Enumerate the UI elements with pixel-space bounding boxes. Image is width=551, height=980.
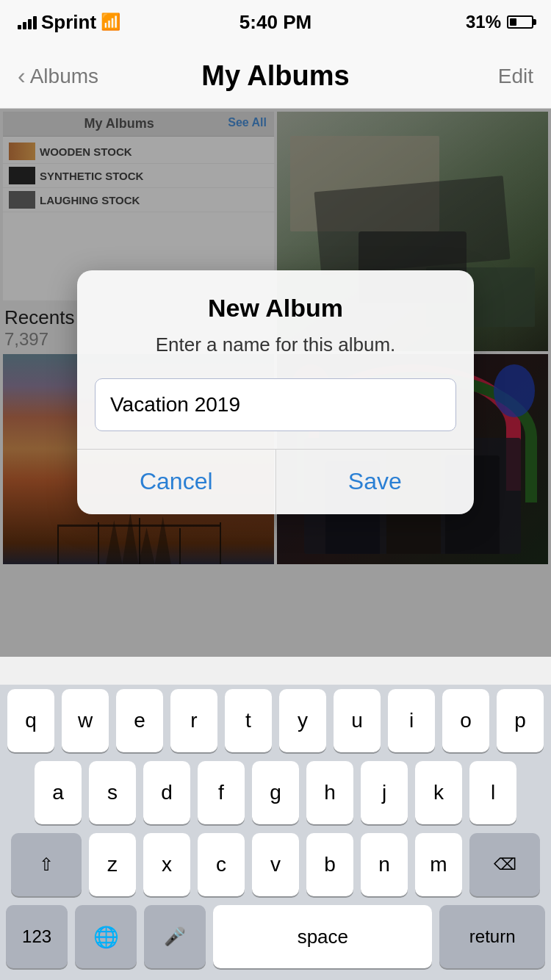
status-time: 5:40 PM <box>240 11 311 34</box>
key-o[interactable]: o <box>442 689 489 752</box>
keyboard-row-3: ⇧ z x c v b n m ⌫ <box>0 829 551 901</box>
nav-bar: ‹ Albums My Albums Edit <box>0 44 551 109</box>
key-e[interactable]: e <box>116 689 163 752</box>
edit-button[interactable]: Edit <box>498 65 533 88</box>
keyboard: q w e r t y u i o p a s d f g h j k l ⇧ … <box>0 685 551 980</box>
key-h[interactable]: h <box>306 761 353 824</box>
battery-percent: 31% <box>466 12 501 32</box>
key-u[interactable]: u <box>334 689 381 752</box>
key-i[interactable]: i <box>388 689 435 752</box>
shift-key[interactable]: ⇧ <box>11 833 82 896</box>
battery-icon <box>507 15 533 29</box>
key-g[interactable]: g <box>252 761 299 824</box>
signal-icon <box>18 15 37 29</box>
chevron-left-icon: ‹ <box>18 62 26 90</box>
delete-key[interactable]: ⌫ <box>469 833 540 896</box>
key-x[interactable]: x <box>143 833 190 896</box>
key-v[interactable]: v <box>252 833 299 896</box>
key-z[interactable]: z <box>89 833 136 896</box>
key-n[interactable]: n <box>361 833 408 896</box>
cancel-button[interactable]: Cancel <box>77 450 276 514</box>
status-right: 31% <box>466 12 533 32</box>
key-j[interactable]: j <box>361 761 408 824</box>
page-title: My Albums <box>201 60 349 92</box>
back-button[interactable]: ‹ Albums <box>18 62 98 90</box>
status-bar: Sprint 📶 5:40 PM 31% <box>0 0 551 44</box>
key-p[interactable]: p <box>497 689 544 752</box>
wifi-icon: 📶 <box>101 12 120 32</box>
key-w[interactable]: w <box>62 689 109 752</box>
key-f[interactable]: f <box>198 761 245 824</box>
key-r[interactable]: r <box>170 689 217 752</box>
return-key[interactable]: return <box>439 905 545 968</box>
key-a[interactable]: a <box>35 761 82 824</box>
save-button[interactable]: Save <box>276 450 475 514</box>
keyboard-row-4: 123 🌐 🎤 space return <box>0 901 551 973</box>
dialog-title: New Album <box>95 294 456 323</box>
keyboard-row-1: q w e r t y u i o p <box>0 685 551 757</box>
back-label: Albums <box>30 65 98 88</box>
main-content: My Albums See All WOODEN STOCK SYNTHETIC… <box>0 109 551 657</box>
dialog-overlay: New Album Enter a name for this album. C… <box>0 109 551 657</box>
key-q[interactable]: q <box>7 689 54 752</box>
key-m[interactable]: m <box>415 833 462 896</box>
microphone-key[interactable]: 🎤 <box>144 905 206 968</box>
key-t[interactable]: t <box>225 689 272 752</box>
new-album-dialog: New Album Enter a name for this album. C… <box>77 270 474 514</box>
status-left: Sprint 📶 <box>18 11 120 34</box>
globe-key[interactable]: 🌐 <box>75 905 137 968</box>
key-l[interactable]: l <box>469 761 516 824</box>
dialog-buttons: Cancel Save <box>77 449 474 514</box>
key-y[interactable]: y <box>279 689 326 752</box>
key-b[interactable]: b <box>306 833 353 896</box>
space-key[interactable]: space <box>213 905 432 968</box>
numbers-key[interactable]: 123 <box>6 905 68 968</box>
dialog-message: Enter a name for this album. <box>95 333 456 358</box>
key-c[interactable]: c <box>198 833 245 896</box>
carrier-label: Sprint <box>41 11 96 34</box>
key-s[interactable]: s <box>89 761 136 824</box>
keyboard-row-2: a s d f g h j k l <box>0 757 551 829</box>
key-d[interactable]: d <box>143 761 190 824</box>
dialog-body: New Album Enter a name for this album. <box>77 270 474 449</box>
album-name-input[interactable] <box>95 378 456 431</box>
key-k[interactable]: k <box>415 761 462 824</box>
